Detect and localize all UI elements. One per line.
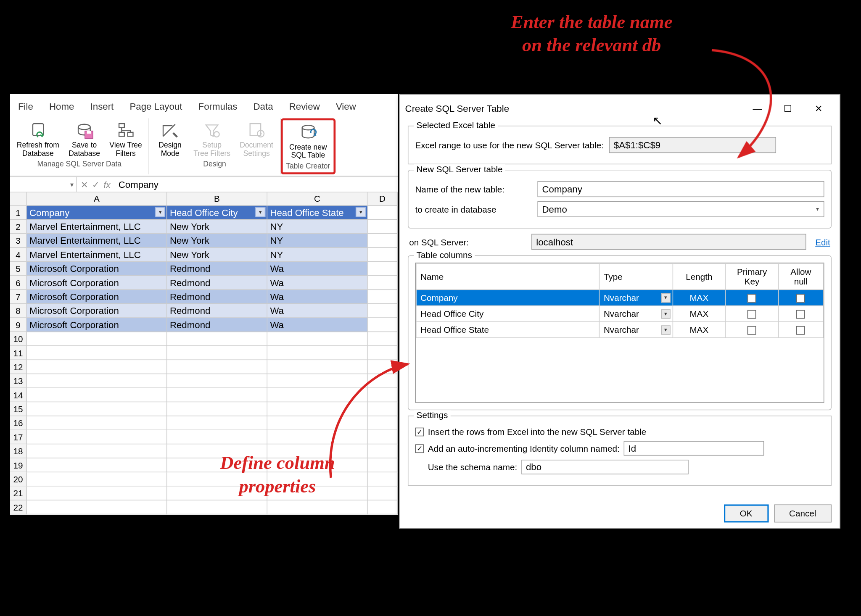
cell[interactable]: Head Office State▾ <box>267 206 368 220</box>
ribbon-design-button[interactable]: DesignMode <box>152 120 188 158</box>
cell[interactable] <box>368 290 398 304</box>
column-header[interactable]: Primary Key <box>726 263 779 290</box>
col-name-cell[interactable]: Company <box>416 290 600 305</box>
cell[interactable] <box>368 388 398 402</box>
column-header-a[interactable]: A <box>27 192 167 206</box>
row-header[interactable]: 11 <box>10 346 27 360</box>
cell[interactable]: Company▾ <box>27 206 167 220</box>
identity-name-input[interactable] <box>623 441 764 455</box>
cell[interactable]: New York <box>167 220 267 234</box>
row-header[interactable]: 19 <box>10 458 27 472</box>
cell[interactable]: Wa <box>267 304 368 318</box>
primary-key-checkbox[interactable] <box>747 326 756 335</box>
cell[interactable] <box>167 374 267 388</box>
cell[interactable] <box>368 262 398 276</box>
enter-icon[interactable]: ✓ <box>92 179 99 190</box>
cell[interactable] <box>267 346 368 360</box>
cell[interactable] <box>368 430 398 444</box>
cell[interactable]: Redmond <box>167 262 267 276</box>
row-header[interactable]: 13 <box>10 374 27 388</box>
cell[interactable] <box>368 458 398 472</box>
cell[interactable] <box>267 360 368 374</box>
cell[interactable]: Redmond <box>167 290 267 304</box>
row-header[interactable]: 8 <box>10 304 27 318</box>
ribbon-view-tree-button[interactable]: View TreeFilters <box>106 120 146 158</box>
cell[interactable]: Wa <box>267 318 368 332</box>
cell[interactable]: New York <box>167 248 267 262</box>
filter-dropdown-icon[interactable]: ▾ <box>356 207 366 217</box>
cell[interactable]: Marvel Entertainment, LLC <box>27 248 167 262</box>
schema-name-input[interactable] <box>521 460 689 474</box>
col-type-cell[interactable]: Nvarchar▾ <box>600 290 673 305</box>
cell[interactable]: Microsoft Corporation <box>27 262 167 276</box>
row-header[interactable]: 14 <box>10 388 27 402</box>
cell[interactable] <box>267 416 368 430</box>
row-header[interactable]: 5 <box>10 262 27 276</box>
row-header[interactable]: 20 <box>10 472 27 486</box>
name-box[interactable]: ▾ <box>10 177 77 192</box>
menu-tab-view[interactable]: View <box>328 97 364 116</box>
row-header[interactable]: 10 <box>10 332 27 346</box>
primary-key-checkbox[interactable] <box>747 310 756 319</box>
cell[interactable] <box>368 304 398 318</box>
chevron-down-icon[interactable]: ▾ <box>661 325 670 334</box>
column-row[interactable]: CompanyNvarchar▾MAX <box>416 290 823 305</box>
column-header-c[interactable]: C <box>267 192 368 206</box>
menu-tab-formulas[interactable]: Formulas <box>190 97 246 116</box>
cell[interactable] <box>27 402 167 416</box>
menu-tab-review[interactable]: Review <box>281 97 328 116</box>
cell[interactable] <box>368 234 398 248</box>
identity-checkbox[interactable] <box>415 444 424 453</box>
row-header[interactable]: 9 <box>10 318 27 332</box>
cell[interactable] <box>368 500 398 514</box>
cell[interactable] <box>368 374 398 388</box>
col-type-cell[interactable]: Nvarchar▾ <box>600 322 673 338</box>
cell[interactable] <box>27 430 167 444</box>
cell[interactable] <box>368 444 398 458</box>
cell[interactable]: NY <box>267 220 368 234</box>
column-header[interactable]: Length <box>673 263 726 290</box>
cell[interactable] <box>267 388 368 402</box>
primary-key-checkbox[interactable] <box>747 294 756 303</box>
ribbon-save-to-button[interactable]: Save toDatabase <box>65 120 104 158</box>
cell[interactable] <box>368 332 398 346</box>
ribbon-create-new-button[interactable]: Create newSQL Table <box>285 121 331 160</box>
cell[interactable] <box>27 346 167 360</box>
menu-tab-page-layout[interactable]: Page Layout <box>121 97 190 116</box>
cell[interactable]: Microsoft Corporation <box>27 290 167 304</box>
col-name-cell[interactable]: Head Office State <box>416 322 600 338</box>
database-select[interactable]: Demo ▾ <box>537 201 824 217</box>
cell[interactable] <box>267 332 368 346</box>
cell[interactable] <box>27 332 167 346</box>
allow-null-checkbox[interactable] <box>797 294 806 303</box>
cell[interactable]: Redmond <box>167 304 267 318</box>
cell[interactable] <box>167 332 267 346</box>
menu-tab-home[interactable]: Home <box>41 97 82 116</box>
cell[interactable]: Marvel Entertainment, LLC <box>27 234 167 248</box>
cell[interactable]: Wa <box>267 262 368 276</box>
cell[interactable] <box>368 248 398 262</box>
cell[interactable] <box>167 360 267 374</box>
col-length-cell[interactable]: MAX <box>673 290 726 305</box>
column-header[interactable]: Name <box>416 263 600 290</box>
row-header[interactable]: 6 <box>10 276 27 290</box>
column-row[interactable]: Head Office StateNvarchar▾MAX <box>416 322 823 338</box>
row-header[interactable]: 17 <box>10 430 27 444</box>
menu-tab-data[interactable]: Data <box>245 97 281 116</box>
cell[interactable] <box>368 346 398 360</box>
fx-icon[interactable]: fx <box>104 179 111 190</box>
ribbon-refresh-from-button[interactable]: Refresh fromDatabase <box>13 120 63 158</box>
cell[interactable] <box>27 388 167 402</box>
cell[interactable] <box>368 472 398 486</box>
edit-server-link[interactable]: Edit <box>815 237 830 247</box>
ok-button[interactable]: OK <box>724 505 769 523</box>
row-header[interactable]: 22 <box>10 500 27 514</box>
cell[interactable] <box>368 416 398 430</box>
cell[interactable] <box>368 276 398 290</box>
column-header[interactable]: Type <box>600 263 673 290</box>
row-header[interactable]: 4 <box>10 248 27 262</box>
cell[interactable] <box>27 360 167 374</box>
row-header[interactable]: 3 <box>10 234 27 248</box>
cell[interactable]: NY <box>267 248 368 262</box>
maximize-button[interactable]: ☐ <box>773 99 803 118</box>
